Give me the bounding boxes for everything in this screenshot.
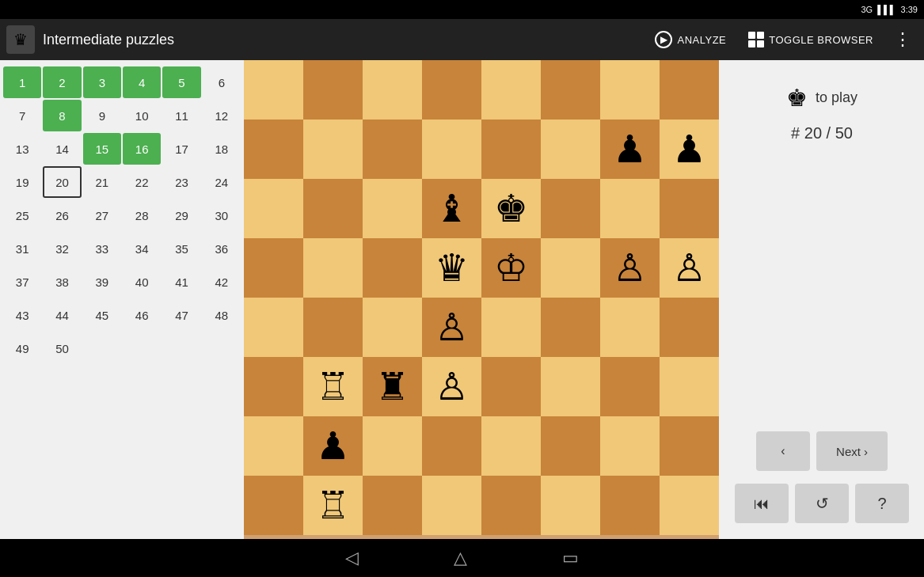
puzzle-cell-35[interactable]: 35	[162, 233, 200, 264]
chess-square[interactable]	[303, 298, 363, 357]
chess-square[interactable]: ♜	[363, 357, 422, 416]
chess-square[interactable]	[600, 416, 660, 476]
analyze-button[interactable]: ▶ ANALYZE	[647, 26, 734, 53]
chess-square[interactable]	[481, 298, 541, 357]
chess-square[interactable]	[244, 120, 303, 179]
chess-square[interactable]	[481, 60, 541, 120]
chess-square[interactable]	[363, 120, 422, 179]
puzzle-cell-30[interactable]: 30	[203, 199, 241, 231]
hint-button[interactable]: ?	[855, 484, 909, 523]
rewind-button[interactable]: ⏮	[735, 484, 789, 523]
puzzle-cell-47[interactable]: 47	[162, 299, 200, 331]
recents-button[interactable]: ▭	[562, 548, 579, 568]
chess-square[interactable]	[303, 179, 363, 238]
chess-board[interactable]: ♟♟♝♚♛♔♙♙♙♖♜♙♟♖	[244, 60, 719, 535]
chess-square[interactable]	[363, 179, 422, 238]
chess-square[interactable]	[481, 120, 541, 179]
puzzle-cell-33[interactable]: 33	[83, 233, 121, 264]
puzzle-cell-43[interactable]: 43	[3, 299, 41, 331]
puzzle-cell-26[interactable]: 26	[43, 199, 81, 231]
chess-square[interactable]	[244, 298, 303, 357]
chess-square[interactable]	[244, 476, 303, 535]
puzzle-cell-44[interactable]: 44	[43, 299, 81, 331]
chess-square[interactable]: ♟	[600, 120, 660, 179]
chess-square[interactable]	[660, 298, 719, 357]
chess-square[interactable]	[422, 416, 481, 476]
chess-square[interactable]	[541, 476, 600, 535]
next-button[interactable]: Next ›	[816, 431, 888, 471]
chess-square[interactable]	[422, 476, 481, 535]
chess-square[interactable]: ♛	[422, 238, 481, 298]
puzzle-cell-27[interactable]: 27	[83, 199, 121, 231]
puzzle-cell-17[interactable]: 17	[162, 133, 200, 165]
puzzle-cell-36[interactable]: 36	[203, 233, 241, 264]
puzzle-cell-10[interactable]: 10	[123, 100, 161, 131]
chess-square[interactable]	[600, 476, 660, 535]
chess-square[interactable]	[363, 476, 422, 535]
chess-square[interactable]: ♝	[422, 179, 481, 238]
puzzle-cell-12[interactable]: 12	[203, 100, 241, 131]
chess-square[interactable]	[303, 238, 363, 298]
chess-square[interactable]	[541, 298, 600, 357]
puzzle-cell-6[interactable]: 6	[203, 66, 241, 98]
puzzle-cell-48[interactable]: 48	[203, 299, 241, 331]
puzzle-cell-28[interactable]: 28	[123, 199, 161, 231]
puzzle-cell-24[interactable]: 24	[203, 166, 241, 198]
puzzle-cell-8[interactable]: 8	[43, 100, 81, 131]
chess-square[interactable]	[244, 179, 303, 238]
puzzle-cell-34[interactable]: 34	[123, 233, 161, 264]
puzzle-cell-7[interactable]: 7	[3, 100, 41, 131]
chess-square[interactable]	[422, 60, 481, 120]
puzzle-cell-13[interactable]: 13	[3, 133, 41, 165]
chess-square[interactable]	[660, 357, 719, 416]
chess-square[interactable]: ♙	[660, 238, 719, 298]
chess-square[interactable]: ♟	[303, 416, 363, 476]
chess-square[interactable]	[660, 179, 719, 238]
chess-square[interactable]	[363, 416, 422, 476]
chess-square[interactable]	[481, 476, 541, 535]
puzzle-cell-11[interactable]: 11	[162, 100, 200, 131]
chess-square[interactable]: ♖	[303, 476, 363, 535]
chess-square[interactable]	[541, 60, 600, 120]
puzzle-cell-9[interactable]: 9	[83, 100, 121, 131]
chess-square[interactable]	[363, 60, 422, 120]
puzzle-cell-2[interactable]: 2	[43, 66, 81, 98]
chess-square[interactable]	[481, 357, 541, 416]
puzzle-cell-32[interactable]: 32	[43, 233, 81, 264]
chess-square[interactable]	[244, 60, 303, 120]
chess-square[interactable]	[244, 357, 303, 416]
puzzle-cell-23[interactable]: 23	[162, 166, 200, 198]
puzzle-cell-3[interactable]: 3	[83, 66, 121, 98]
puzzle-cell-45[interactable]: 45	[83, 299, 121, 331]
chess-square[interactable]	[660, 60, 719, 120]
chess-square[interactable]: ♙	[600, 238, 660, 298]
puzzle-cell-22[interactable]: 22	[123, 166, 161, 198]
more-options-button[interactable]: ⋮	[888, 26, 918, 53]
puzzle-cell-4[interactable]: 4	[123, 66, 161, 98]
puzzle-cell-1[interactable]: 1	[3, 66, 41, 98]
puzzle-cell-42[interactable]: 42	[203, 266, 241, 298]
chess-square[interactable]	[600, 298, 660, 357]
chess-square[interactable]: ♚	[481, 179, 541, 238]
chess-square[interactable]	[303, 60, 363, 120]
chess-square[interactable]: ♙	[422, 298, 481, 357]
chess-square[interactable]	[363, 298, 422, 357]
chess-square[interactable]	[541, 120, 600, 179]
puzzle-cell-18[interactable]: 18	[203, 133, 241, 165]
chess-square[interactable]	[303, 120, 363, 179]
chess-square[interactable]: ♖	[303, 357, 363, 416]
puzzle-cell-39[interactable]: 39	[83, 266, 121, 298]
chess-square[interactable]	[541, 179, 600, 238]
puzzle-cell-29[interactable]: 29	[162, 199, 200, 231]
chess-square[interactable]	[363, 238, 422, 298]
chess-square[interactable]: ♟	[660, 120, 719, 179]
back-button[interactable]: ◁	[345, 548, 359, 568]
chess-square[interactable]: ♔	[481, 238, 541, 298]
chess-square[interactable]	[541, 238, 600, 298]
home-button[interactable]: △	[454, 548, 467, 568]
puzzle-cell-40[interactable]: 40	[123, 266, 161, 298]
chess-square[interactable]	[600, 60, 660, 120]
chess-square[interactable]	[600, 179, 660, 238]
chess-square[interactable]	[244, 238, 303, 298]
chess-square[interactable]	[660, 416, 719, 476]
